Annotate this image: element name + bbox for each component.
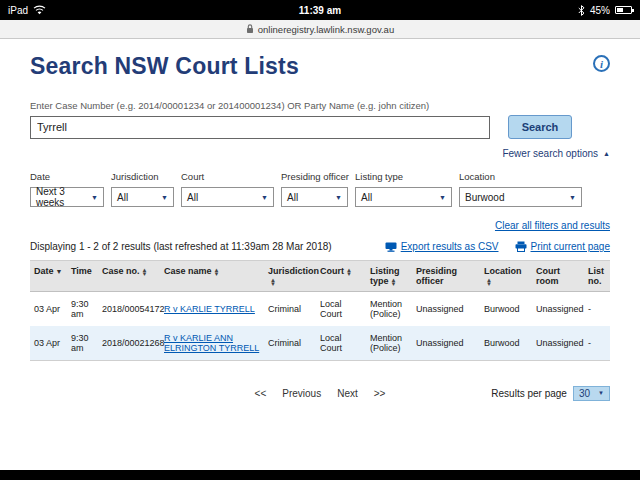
sort-icon: ▲▼ — [391, 278, 397, 286]
clear-all-filters-link[interactable]: Clear all filters and results — [495, 220, 610, 231]
filter-label-date: Date — [30, 171, 104, 182]
chevron-down-icon: ▼ — [598, 390, 604, 396]
chevron-down-icon: ▼ — [261, 194, 268, 201]
case-name-link[interactable]: R v KARLIE TYRRELL — [164, 304, 255, 314]
last-page-button[interactable]: >> — [374, 388, 386, 399]
page-title: Search NSW Court Lists — [30, 53, 299, 80]
filter-label-presiding-officer: Presiding officer — [281, 171, 348, 182]
cell-court: Local Court — [316, 326, 366, 361]
cell-date: 03 Apr — [30, 292, 67, 327]
previous-page-button[interactable]: Previous — [282, 388, 321, 399]
status-bar: iPad 11:39 am 45% — [0, 0, 640, 20]
column-header-time: Time — [67, 261, 98, 292]
cell-case-no: 2018/00054172 — [98, 292, 160, 327]
sort-desc-icon: ▼ — [56, 268, 63, 275]
info-icon[interactable]: i — [593, 55, 610, 72]
chevron-down-icon: ▼ — [569, 194, 576, 201]
column-header-list-no: List no. — [584, 261, 610, 292]
search-button[interactable]: Search — [508, 115, 572, 139]
bluetooth-icon — [578, 5, 585, 16]
results-summary: Displaying 1 - 2 of 2 results (last refr… — [30, 241, 332, 252]
collapse-arrow-icon: ▲ — [603, 150, 610, 157]
fewer-search-options-toggle[interactable]: Fewer search options ▲ — [30, 148, 610, 159]
column-header-court[interactable]: Court▲▼ — [316, 261, 366, 292]
column-header-case-name[interactable]: Case name▲▼ — [160, 261, 264, 292]
cell-listing-type: Mention (Police) — [366, 292, 412, 327]
chevron-down-icon: ▼ — [161, 194, 168, 201]
battery-icon — [615, 6, 632, 14]
jurisdiction-filter-dropdown[interactable]: All ▼ — [111, 187, 174, 207]
column-header-location[interactable]: Location▲▼ — [480, 261, 532, 292]
case-name-link[interactable]: R v KARLIE ANN ELRINGTON TYRRELL — [164, 333, 259, 353]
fewer-search-options-label: Fewer search options — [502, 148, 598, 159]
cell-date: 03 Apr — [30, 326, 67, 361]
cell-court-room: Unassigned — [532, 326, 584, 361]
pagination-bar: << Previous Next >> Results per page 30 … — [30, 383, 610, 403]
presiding-officer-filter-dropdown[interactable]: All ▼ — [281, 187, 348, 207]
cell-time: 9:30 am — [67, 292, 98, 327]
cell-list-no: - — [584, 326, 610, 361]
screen: iPad 11:39 am 45% — [0, 0, 640, 480]
table-header-row: Date▼ Time Case no.▲▼ Case name▲▼ Jurisd… — [30, 261, 610, 292]
first-page-button[interactable]: << — [255, 388, 267, 399]
cell-jurisdiction: Criminal — [264, 326, 316, 361]
sort-icon: ▲▼ — [270, 278, 276, 286]
filter-label-location: Location — [459, 171, 582, 182]
column-header-jurisdiction[interactable]: Jurisdiction▲▼ — [264, 261, 316, 292]
column-header-listing-type[interactable]: Listing type▲▼ — [366, 261, 412, 292]
cell-listing-type: Mention (Police) — [366, 326, 412, 361]
battery-percent: 45% — [590, 5, 610, 16]
chevron-down-icon: ▼ — [439, 194, 446, 201]
sort-icon: ▲▼ — [214, 268, 220, 276]
column-header-case-no[interactable]: Case no.▲▼ — [98, 261, 160, 292]
next-page-button[interactable]: Next — [337, 388, 358, 399]
address-bar[interactable]: onlineregistry.lawlink.nsw.gov.au — [0, 20, 640, 39]
printer-icon — [515, 241, 527, 252]
filter-label-court: Court — [181, 171, 274, 182]
results-table: Date▼ Time Case no.▲▼ Case name▲▼ Jurisd… — [30, 260, 610, 361]
date-filter-dropdown[interactable]: Next 3 weeks ▼ — [30, 187, 104, 207]
court-filter-dropdown[interactable]: All ▼ — [181, 187, 274, 207]
wifi-icon — [33, 5, 46, 15]
sort-icon: ▲▼ — [486, 278, 492, 286]
cell-jurisdiction: Criminal — [264, 292, 316, 327]
table-row: 03 Apr 9:30 am 2018/00021268 R v KARLIE … — [30, 326, 610, 361]
cell-time: 9:30 am — [67, 326, 98, 361]
results-per-page-dropdown[interactable]: 30 ▼ — [573, 386, 610, 401]
column-header-court-room: Court room — [532, 261, 584, 292]
lock-icon — [246, 24, 254, 34]
column-header-presiding-officer: Presiding officer — [412, 261, 480, 292]
cell-presiding-officer: Unassigned — [412, 292, 480, 327]
search-input[interactable] — [30, 116, 490, 139]
export-csv-link[interactable]: Export results as CSV — [385, 241, 499, 252]
location-filter-dropdown[interactable]: Burwood ▼ — [459, 187, 582, 207]
results-per-page-label: Results per page — [491, 388, 567, 399]
chevron-down-icon: ▼ — [91, 194, 98, 201]
device-label: iPad — [8, 5, 28, 16]
listing-type-filter-dropdown[interactable]: All ▼ — [355, 187, 452, 207]
chevron-down-icon: ▼ — [335, 194, 342, 201]
filter-label-listing-type: Listing type — [355, 171, 452, 182]
column-header-date[interactable]: Date▼ — [30, 261, 67, 292]
bottom-letterbox-bar — [0, 470, 640, 480]
cell-case-no: 2018/00021268 — [98, 326, 160, 361]
sort-icon: ▲▼ — [142, 268, 148, 276]
filter-bar: Date Next 3 weeks ▼ Jurisdiction All ▼ C… — [30, 171, 610, 207]
print-page-link[interactable]: Print current page — [515, 241, 611, 252]
export-csv-icon — [385, 242, 397, 252]
cell-presiding-officer: Unassigned — [412, 326, 480, 361]
cell-court-room: Unassigned — [532, 292, 584, 327]
search-field-label: Enter Case Number (e.g. 2014/00001234 or… — [30, 100, 610, 111]
url-text: onlineregistry.lawlink.nsw.gov.au — [258, 24, 394, 35]
cell-location: Burwood — [480, 292, 532, 327]
cell-court: Local Court — [316, 292, 366, 327]
table-row: 03 Apr 9:30 am 2018/00054172 R v KARLIE … — [30, 292, 610, 327]
sort-icon: ▲▼ — [346, 268, 352, 276]
cell-location: Burwood — [480, 326, 532, 361]
cell-list-no: - — [584, 292, 610, 327]
filter-label-jurisdiction: Jurisdiction — [111, 171, 174, 182]
